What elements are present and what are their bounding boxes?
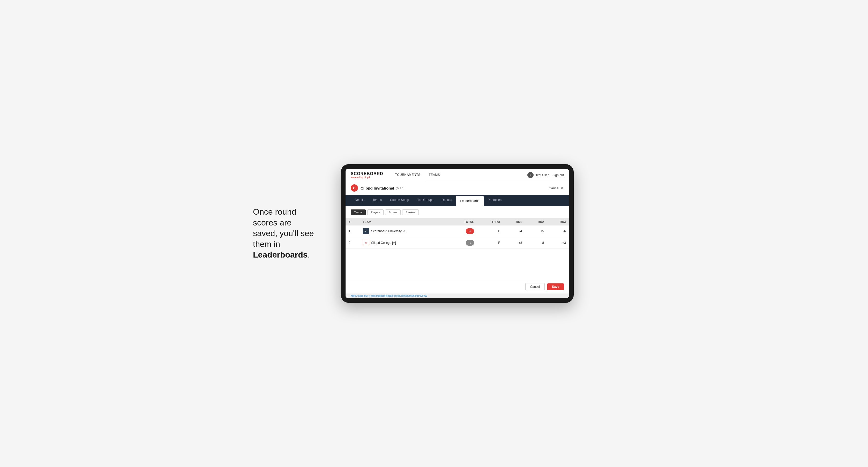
rd1-cell: +8 xyxy=(503,237,525,249)
nav-tournaments[interactable]: TOURNAMENTS xyxy=(391,169,425,181)
sub-nav: Details Teams Course Setup Tee Groups Re… xyxy=(345,195,569,206)
total-cell: +3 xyxy=(448,237,477,249)
filter-teams[interactable]: Teams xyxy=(351,210,366,215)
tab-printables[interactable]: Printables xyxy=(484,195,506,206)
sidebar-description: Once round scores are saved, you'll see … xyxy=(253,207,326,260)
url-bar: https://stage-blue-coach.stagescoreboard… xyxy=(345,293,569,298)
rank-cell: 1 xyxy=(345,225,360,237)
nav-teams[interactable]: TEAMS xyxy=(425,169,444,181)
nav-right: S Test User | Sign out xyxy=(527,172,564,178)
sign-out-link[interactable]: Sign out xyxy=(553,173,564,177)
sidebar-line1: Once round xyxy=(253,207,296,216)
sidebar-line5-bold: Leaderboards xyxy=(253,250,308,259)
filter-scores[interactable]: Scores xyxy=(385,210,401,215)
col-rd2: RD2 xyxy=(525,218,547,225)
score-badge: +3 xyxy=(466,240,474,246)
leaderboard-table: # TEAM TOTAL THRU RD1 RD2 RD3 1 SU Score… xyxy=(345,218,569,249)
filter-bar: Teams Players Scores Strokes xyxy=(345,206,569,218)
team-cell: SU Scoreboard University [A] xyxy=(360,225,448,237)
filter-players[interactable]: Players xyxy=(367,210,383,215)
logo-subtitle: Powered by clippd xyxy=(351,176,383,179)
tab-details[interactable]: Details xyxy=(351,195,369,206)
table-row: 2 C Clippd College [A] +3 F +8 -8 +3 xyxy=(345,237,569,249)
sidebar-line3: saved, you'll see xyxy=(253,228,314,238)
team-name: Scoreboard University [A] xyxy=(371,229,406,233)
team-cell: C Clippd College [A] xyxy=(360,237,448,249)
team-logo: SU xyxy=(363,228,369,234)
rd2-cell: -8 xyxy=(525,237,547,249)
team-logo: C xyxy=(363,240,369,246)
rd1-cell: -4 xyxy=(503,225,525,237)
score-badge: -5 xyxy=(466,228,474,234)
user-avatar: S xyxy=(527,172,534,178)
tournament-header: C Clippd Invitational (Men) Cancel ✕ xyxy=(345,181,569,195)
page-wrapper: Once round scores are saved, you'll see … xyxy=(253,164,615,303)
total-cell: -5 xyxy=(448,225,477,237)
col-rank: # xyxy=(345,218,360,225)
tab-tee-groups[interactable]: Tee Groups xyxy=(413,195,437,206)
tournament-icon: C xyxy=(351,184,358,192)
url-text: https://stage-blue-coach.stagescoreboard… xyxy=(351,294,427,297)
col-rd1: RD1 xyxy=(503,218,525,225)
tab-leaderboards[interactable]: Leaderboards xyxy=(456,196,484,206)
tab-course-setup[interactable]: Course Setup xyxy=(386,195,413,206)
bottom-bar: Cancel Save xyxy=(345,280,569,293)
table-row: 1 SU Scoreboard University [A] -5 F -4 +… xyxy=(345,225,569,237)
close-icon: ✕ xyxy=(561,186,564,190)
thru-cell: F xyxy=(477,237,503,249)
tournament-name: Clippd Invitational xyxy=(361,186,394,190)
save-button[interactable]: Save xyxy=(547,283,564,290)
tablet-screen: SCOREBOARD Powered by clippd TOURNAMENTS… xyxy=(345,169,569,298)
tournament-gender: (Men) xyxy=(396,186,404,190)
col-team: TEAM xyxy=(360,218,448,225)
thru-cell: F xyxy=(477,225,503,237)
rank-cell: 2 xyxy=(345,237,360,249)
sidebar-period: . xyxy=(308,250,310,259)
col-total: TOTAL xyxy=(448,218,477,225)
sidebar-line2: scores are xyxy=(253,218,291,227)
nav-links: TOURNAMENTS TEAMS xyxy=(391,169,527,181)
top-nav: SCOREBOARD Powered by clippd TOURNAMENTS… xyxy=(345,169,569,181)
col-rd3: RD3 xyxy=(547,218,569,225)
tablet-frame: SCOREBOARD Powered by clippd TOURNAMENTS… xyxy=(341,164,574,303)
tab-teams[interactable]: Teams xyxy=(369,195,386,206)
tournament-cancel-button[interactable]: Cancel ✕ xyxy=(549,186,564,190)
table-header-row: # TEAM TOTAL THRU RD1 RD2 RD3 xyxy=(345,218,569,225)
tab-results[interactable]: Results xyxy=(437,195,456,206)
filter-strokes[interactable]: Strokes xyxy=(402,210,418,215)
rd3-cell: -6 xyxy=(547,225,569,237)
sidebar-line4: them in xyxy=(253,240,280,249)
rd2-cell: +5 xyxy=(525,225,547,237)
user-name: Test User | xyxy=(536,173,550,177)
col-thru: THRU xyxy=(477,218,503,225)
logo-area: SCOREBOARD Powered by clippd xyxy=(351,172,383,179)
team-name: Clippd College [A] xyxy=(371,241,396,245)
rd3-cell: +3 xyxy=(547,237,569,249)
cancel-button[interactable]: Cancel xyxy=(525,283,545,290)
logo-title: SCOREBOARD xyxy=(351,172,383,176)
empty-area xyxy=(345,249,569,280)
